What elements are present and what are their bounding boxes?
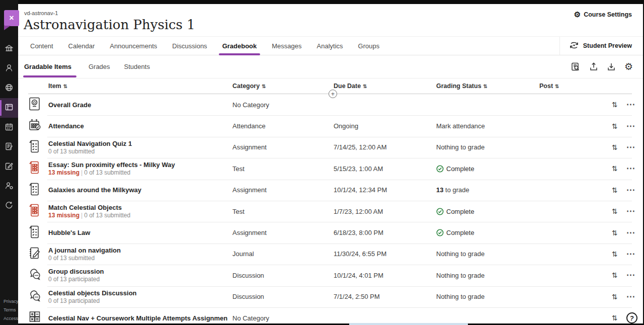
item-title[interactable]: Hubble's Law [48, 229, 227, 236]
item-title[interactable]: Attendance [48, 122, 227, 130]
sidebar-item-admin-tools[interactable] [0, 177, 18, 196]
item-submitted-count: 0 of 13 submitted [84, 169, 130, 176]
row-menu-button[interactable]: ⋯ [626, 230, 635, 235]
reorder-handle-icon[interactable]: ⇅ [612, 101, 618, 109]
column-header-due-date[interactable]: Due Date⇅ [334, 83, 436, 90]
item-title[interactable]: Galaxies around the Milkyway [48, 186, 227, 194]
row-menu-button[interactable]: ⋯ [626, 166, 635, 171]
row-menu-button[interactable]: ⋯ [626, 102, 635, 107]
search-gradable-items-icon[interactable] [571, 62, 581, 72]
reorder-handle-icon[interactable]: ⇅ [612, 314, 618, 322]
grades-doc-icon [5, 142, 14, 153]
row-menu-button[interactable]: ⋯ [626, 294, 635, 299]
privacy-link[interactable]: Privacy [4, 297, 18, 306]
journal-icon [28, 246, 41, 262]
tab-messages[interactable]: Messages [264, 37, 309, 55]
sidebar-item-courses[interactable] [0, 98, 18, 118]
reorder-handle-icon[interactable]: ⇅ [612, 229, 618, 237]
item-title[interactable]: Overall Grade [48, 101, 227, 109]
person-gear-icon [5, 181, 14, 192]
sidebar-item-profile[interactable] [0, 59, 18, 78]
course-nav: Content Calendar Announcements Discussio… [18, 36, 643, 55]
item-title[interactable]: Match Celestial Objects [48, 204, 227, 211]
row-menu-button[interactable]: ⋯ [626, 209, 635, 214]
table-row[interactable]: Galaxies around the Milkyway Assignment … [28, 180, 632, 201]
discussion-icon [28, 267, 42, 283]
course-panel: vd-astronav-1 Astronavigation Physics 1 … [18, 4, 643, 323]
tab-grades[interactable]: Grades [82, 63, 117, 70]
table-row[interactable]: Match Celestial Objects 13 missing|0 of … [28, 201, 632, 222]
tab-announcements[interactable]: Announcements [102, 37, 165, 55]
item-grading-status: 13 to grade [436, 186, 539, 194]
sidebar-item-sign-out[interactable] [0, 196, 18, 216]
reorder-handle-icon[interactable]: ⇅ [612, 186, 618, 194]
row-menu-button[interactable]: ⋯ [626, 188, 635, 193]
terms-link[interactable]: Terms [4, 306, 18, 314]
item-category: Assignment [232, 186, 334, 194]
table-row[interactable]: Group discussion 0 of 13 participated Di… [28, 265, 632, 286]
item-title[interactable]: Essay: Sun proximity effects - Milky Way [48, 161, 227, 169]
gradable-items-table-header: Item⇅ Category⇅ Due Date⇅ Grading Status… [28, 78, 632, 94]
sidebar-item-calendar[interactable] [0, 118, 18, 137]
close-course-button[interactable]: × [4, 10, 19, 30]
tab-analytics[interactable]: Analytics [309, 37, 351, 55]
reorder-handle-icon[interactable]: ⇅ [612, 165, 618, 173]
tab-students[interactable]: Students [117, 63, 157, 70]
table-row[interactable]: Celestial Navigation Quiz 1 0 of 13 subm… [28, 137, 632, 158]
sidebar-item-activity[interactable] [0, 78, 18, 98]
tab-gradable-items[interactable]: Gradable Items [24, 63, 82, 70]
row-menu-button[interactable]: ⋯ [626, 252, 635, 257]
discussion-icon [28, 289, 42, 305]
course-header: vd-astronav-1 Astronavigation Physics 1 … [18, 4, 643, 36]
table-row[interactable]: A journal on navigation 0 of 13 submitte… [28, 243, 632, 265]
table-row[interactable]: Hubble's Law Assignment 6/18/23, 8:00 PM… [28, 222, 632, 243]
table-row[interactable]: Celestial Nav + Coursework Multiple Atte… [28, 307, 632, 323]
column-header-grading-status[interactable]: Grading Status⇅ [436, 83, 539, 90]
upload-gradebook-icon[interactable] [589, 62, 598, 71]
reorder-handle-icon[interactable]: ⇅ [612, 207, 618, 215]
sidebar-item-compose[interactable] [0, 157, 18, 177]
sort-icon: ⇅ [262, 84, 266, 89]
table-row[interactable]: Essay: Sun proximity effects - Milky Way… [28, 158, 632, 179]
item-missing-count: 13 missing [48, 169, 79, 176]
item-category: No Category [232, 101, 334, 109]
course-settings-button[interactable]: ⚙ Course Settings [574, 11, 632, 18]
item-due-date: 1/7/23, 12:00 AM [334, 208, 436, 215]
item-grading-status: Complete [436, 229, 539, 236]
student-preview-button[interactable]: Student Preview [559, 37, 643, 55]
column-header-post[interactable]: Post⇅ [539, 83, 612, 90]
row-menu-button[interactable]: ⋯ [626, 273, 635, 278]
overall-grade-icon [28, 97, 41, 113]
column-header-category[interactable]: Category⇅ [232, 83, 334, 90]
download-gradebook-icon[interactable] [607, 62, 616, 71]
table-row[interactable]: Attendance Attendance Ongoing Mark atten… [28, 115, 632, 136]
gradebook-settings-icon[interactable]: ⚙ [624, 62, 633, 71]
tab-calendar[interactable]: Calendar [61, 37, 103, 55]
item-title[interactable]: Celestial objects Discussion [48, 289, 227, 297]
reorder-handle-icon[interactable]: ⇅ [612, 271, 618, 279]
item-title[interactable]: Celestial Navigation Quiz 1 [48, 140, 227, 147]
tab-gradebook[interactable]: Gradebook [215, 37, 265, 55]
item-category: Discussion [232, 293, 334, 300]
reorder-handle-icon[interactable]: ⇅ [612, 143, 618, 151]
help-button[interactable]: ? [625, 312, 638, 323]
sidebar-item-grades[interactable] [0, 137, 18, 157]
add-item-button[interactable]: + [329, 90, 337, 98]
tab-discussions[interactable]: Discussions [165, 37, 214, 55]
row-menu-button[interactable]: ⋯ [626, 124, 635, 129]
assignment-icon [28, 139, 40, 155]
row-menu-button[interactable]: ⋯ [626, 145, 635, 150]
item-title[interactable]: Group discussion [48, 268, 227, 275]
item-title[interactable]: Celestial Nav + Coursework Multiple Atte… [48, 314, 227, 322]
sidebar-item-institution[interactable] [0, 39, 18, 59]
item-title[interactable]: A journal on navigation [48, 247, 227, 254]
reorder-handle-icon[interactable]: ⇅ [612, 250, 618, 258]
tab-groups[interactable]: Groups [351, 37, 387, 55]
accessibility-link[interactable]: Accessibility [4, 314, 18, 323]
reorder-handle-icon[interactable]: ⇅ [612, 293, 618, 301]
column-header-item[interactable]: Item⇅ [48, 83, 232, 90]
reorder-handle-icon[interactable]: ⇅ [612, 122, 618, 130]
table-row[interactable]: Celestial objects Discussion 0 of 13 par… [28, 286, 632, 307]
tab-content[interactable]: Content [23, 37, 61, 55]
item-grading-status: Mark attendance [436, 122, 539, 130]
